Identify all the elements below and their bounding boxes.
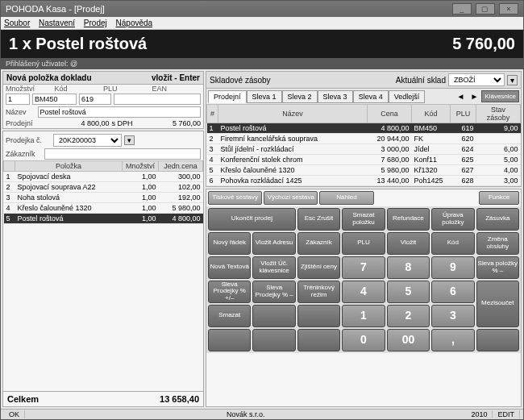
- btn-nahled[interactable]: Náhled: [319, 191, 373, 205]
- key-5[interactable]: 5: [387, 281, 430, 303]
- tab-sleva-3[interactable]: Sleva 3: [318, 90, 353, 103]
- table-row[interactable]: 5Křeslo čalouněné 13205 980,00Kř13206274…: [207, 165, 521, 176]
- btn-vychozi-sestava[interactable]: Výchozí sestava: [264, 191, 318, 205]
- key-8[interactable]: 8: [387, 256, 430, 279]
- new-item-title: Nová položka dokladu: [6, 73, 92, 82]
- col-polozka[interactable]: Položka: [15, 161, 123, 172]
- btn-sleva-polozky[interactable]: Sleva položky % –: [476, 256, 519, 279]
- btn-blank5[interactable]: [297, 329, 340, 351]
- btn-sleva-prodejky-plus[interactable]: Sleva Prodejky % +/–: [208, 281, 251, 303]
- tab-sleva-2[interactable]: Sleva 2: [282, 90, 318, 103]
- table-row[interactable]: 5Postel roštová1,004 800,00: [4, 214, 203, 224]
- dropdown-icon[interactable]: ▾: [124, 135, 135, 145]
- input-plu[interactable]: [79, 94, 111, 105]
- menu-nastaveni[interactable]: Nastavení: [39, 19, 75, 27]
- table-row[interactable]: 1Postel roštová4 800,00BM4506199,00: [207, 123, 521, 134]
- input-prodejka[interactable]: 20K200003: [53, 134, 122, 147]
- tab-sleva-4[interactable]: Sleva 4: [353, 90, 389, 103]
- dropdown-icon[interactable]: ▾: [507, 75, 518, 85]
- status-company: Novák s.r.o.: [25, 410, 466, 418]
- btn-nova-textova[interactable]: Nová Textová: [208, 256, 251, 279]
- col-nazev[interactable]: Název: [218, 105, 368, 123]
- btn-tiskove-sestavy[interactable]: Tiskové sestavy: [208, 191, 262, 205]
- btn-uprava-polozky[interactable]: Úprava položky: [431, 208, 474, 231]
- menubar: Soubor Nastavení Prodej Nápověda: [1, 17, 523, 30]
- input-nazev[interactable]: [38, 106, 201, 118]
- input-zakaznik[interactable]: [44, 148, 201, 160]
- key-3[interactable]: 3: [431, 305, 474, 327]
- nav-right-icon[interactable]: ►: [468, 92, 480, 101]
- btn-vlozit[interactable]: Vložit: [387, 232, 430, 255]
- btn-blank3[interactable]: [208, 329, 251, 351]
- btn-zjisteni-ceny[interactable]: Zjištění ceny: [297, 256, 340, 279]
- key-0[interactable]: 0: [342, 329, 385, 351]
- btn-zasuvka[interactable]: Zásuvka: [476, 208, 519, 231]
- close-button[interactable]: ×: [499, 3, 518, 15]
- lbl-sdph: s DPH: [112, 119, 133, 127]
- input-kod[interactable]: [32, 94, 77, 105]
- stock-tabs: ProdejníSleva 1Sleva 2Sleva 3Sleva 4Vedl…: [206, 89, 521, 104]
- nav-left-icon[interactable]: ◄: [455, 92, 468, 101]
- table-row[interactable]: 6Pohovka rozkládací 142513 440,00Poh1425…: [207, 176, 521, 186]
- btn-ukoncit-prodej[interactable]: Ukončit prodej: [208, 208, 296, 231]
- btn-zmena-obsluhy[interactable]: Změna obsluhy: [476, 232, 519, 255]
- btn-smazat[interactable]: Smazat: [208, 305, 251, 327]
- key-6[interactable]: 6: [431, 281, 474, 303]
- btn-mezisoucet[interactable]: Mezisoučet: [476, 281, 519, 327]
- statusbar: OK Novák s.r.o. 2010 EDIT: [1, 409, 523, 419]
- key-00[interactable]: 00: [387, 329, 430, 351]
- key-9[interactable]: 9: [431, 256, 474, 279]
- table-row[interactable]: 3Stůl jídelní - rozkládací3 000,00Jídel6…: [207, 144, 521, 155]
- btn-novy-radek[interactable]: Nový řádek: [208, 232, 251, 255]
- status-edit: EDIT: [493, 410, 520, 418]
- btn-blank1[interactable]: [252, 305, 295, 327]
- lbl-total: Celkem: [7, 394, 39, 404]
- key-4[interactable]: 4: [342, 281, 385, 303]
- table-row[interactable]: 2Spojovací souprava A221,00102,00: [4, 182, 203, 193]
- btn-vlozit-adresu[interactable]: Vložit Adresu: [252, 232, 295, 255]
- col-jedncena[interactable]: Jedn.cena: [159, 161, 203, 172]
- col-stav[interactable]: Stav zásoby: [476, 105, 521, 123]
- col-plu-stock[interactable]: PLU: [451, 105, 476, 123]
- tab-prodejní[interactable]: Prodejní: [208, 90, 247, 103]
- table-row[interactable]: 1Spojovací deska1,00300,00: [4, 172, 203, 182]
- key-7[interactable]: 7: [342, 256, 385, 279]
- col-hash[interactable]: #: [207, 105, 218, 123]
- maximize-button[interactable]: ▢: [476, 3, 495, 15]
- btn-sleva-prodejky-minus[interactable]: Sleva Prodejky % –: [252, 281, 295, 303]
- table-row[interactable]: 4Křeslo čalouněné 13201,005 980,00: [4, 203, 203, 214]
- key-1[interactable]: 1: [342, 305, 385, 327]
- btn-esc-zrusit[interactable]: Esc Zrušit: [297, 208, 340, 231]
- menu-soubor[interactable]: Soubor: [4, 19, 30, 27]
- menu-napoveda[interactable]: Nápověda: [116, 19, 153, 27]
- btn-plu[interactable]: PLU: [342, 232, 385, 255]
- table-row[interactable]: 4Konferenční stolek chrom7 680,00Konf116…: [207, 155, 521, 165]
- col-cena[interactable]: Cena: [368, 105, 412, 123]
- key-comma[interactable]: ,: [431, 329, 474, 351]
- keyboard-button[interactable]: Klávesnice: [481, 90, 519, 102]
- btn-refundace[interactable]: Refundace: [387, 208, 430, 231]
- btn-blank2[interactable]: [297, 305, 340, 327]
- btn-smazat-polozku[interactable]: Smazat položku: [342, 208, 385, 231]
- minimize-button[interactable]: _: [452, 3, 472, 15]
- btn-kod[interactable]: Kód: [431, 232, 474, 255]
- tab-sleva-1[interactable]: Sleva 1: [247, 90, 282, 103]
- table-row[interactable]: 2Firemní kancelářská souprava20 944,00FK…: [207, 134, 521, 144]
- btn-funkce[interactable]: Funkce: [479, 191, 519, 205]
- btn-blank4[interactable]: [252, 329, 295, 351]
- lbl-plu: PLU: [103, 85, 152, 93]
- key-2[interactable]: 2: [387, 305, 430, 327]
- btn-treninkovy-rezim[interactable]: Tréninkový režim: [297, 281, 340, 303]
- table-row[interactable]: 3Noha stolová1,00192,00: [4, 193, 203, 203]
- action-panel: Tiskové sestavy Výchozí sestava Náhled F…: [206, 189, 522, 407]
- btn-zakaznik[interactable]: Zákazník: [297, 232, 340, 255]
- select-sklad[interactable]: ZBOŽÍ: [448, 73, 505, 86]
- input-mnozstvi[interactable]: [6, 94, 30, 105]
- col-kod-stock[interactable]: Kód: [412, 105, 451, 123]
- btn-blank6[interactable]: [476, 329, 519, 351]
- col-mnozstvi[interactable]: Množství: [123, 161, 159, 172]
- tab-vedlejší[interactable]: Vedlejší: [389, 90, 426, 103]
- btn-vlozit-klavesnice[interactable]: Vložit Úč. klávesnice: [252, 256, 295, 279]
- menu-prodej[interactable]: Prodej: [84, 19, 107, 27]
- input-ean[interactable]: [114, 94, 201, 105]
